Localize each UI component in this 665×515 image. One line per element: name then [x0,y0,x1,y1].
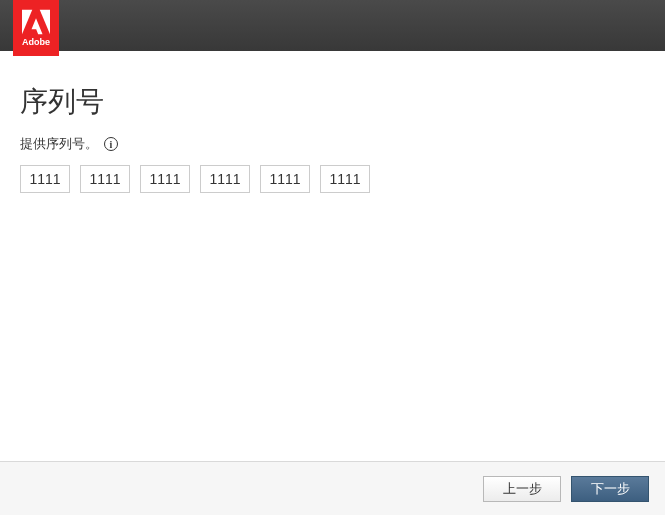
main-content: 序列号 提供序列号。 i [0,51,665,461]
page-title: 序列号 [20,83,645,121]
info-icon[interactable]: i [104,137,118,151]
serial-field-4[interactable] [200,165,250,193]
serial-field-6[interactable] [320,165,370,193]
serial-field-1[interactable] [20,165,70,193]
prompt-row: 提供序列号。 i [20,135,645,153]
serial-field-3[interactable] [140,165,190,193]
adobe-a-icon [22,9,50,35]
back-button[interactable]: 上一步 [483,476,561,502]
serial-field-2[interactable] [80,165,130,193]
prompt-text: 提供序列号。 [20,135,98,153]
next-button[interactable]: 下一步 [571,476,649,502]
adobe-logo-text: Adobe [22,37,50,47]
adobe-logo: Adobe [13,0,59,56]
serial-input-row [20,165,645,193]
header-bar: Adobe [0,0,665,51]
serial-field-5[interactable] [260,165,310,193]
footer-bar: 上一步 下一步 [0,461,665,515]
